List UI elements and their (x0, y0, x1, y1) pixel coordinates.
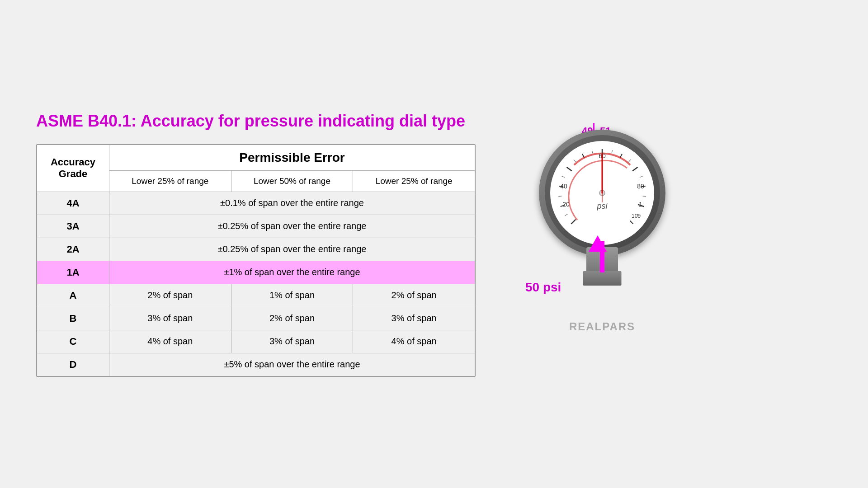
svg-line-20 (643, 196, 646, 197)
arrow-group (593, 241, 611, 289)
table-row: 1A±1% of span over the entire range (37, 261, 475, 284)
gauge-face: 20 40 60 80 1 100 (550, 141, 654, 245)
grade-cell: A (37, 284, 109, 307)
right-section: 49 51 (512, 130, 693, 319)
data-cell: 2% of span (353, 284, 475, 307)
left-section: ASME B40.1: Accuracy for pressure indica… (36, 112, 476, 377)
data-cell: 3% of span (231, 330, 353, 353)
table-row: D±5% of span over the entire range (37, 353, 475, 376)
grade-cell: B (37, 307, 109, 330)
data-cell: 4% of span (109, 330, 231, 353)
data-cell: 3% of span (109, 307, 231, 330)
arrow-head (589, 235, 607, 252)
full-span-cell: ±5% of span over the entire range (109, 353, 475, 376)
table-row: 3A±0.25% of span over the entire range (37, 215, 475, 238)
gauge-label-50psi: 50 psi (525, 280, 561, 295)
svg-text:100: 100 (632, 213, 641, 219)
gauge-inner-ring: 20 40 60 80 1 100 (545, 135, 660, 250)
table-row: 2A±0.25% of span over the entire range (37, 238, 475, 261)
grade-cell: C (37, 330, 109, 353)
svg-text:40: 40 (560, 183, 567, 190)
svg-text:1: 1 (639, 201, 642, 208)
grade-cell: 1A (37, 261, 109, 284)
permissible-error-header: Permissible Error (109, 145, 475, 170)
data-cell: 2% of span (109, 284, 231, 307)
full-span-cell: ±0.25% of span over the entire range (109, 215, 475, 238)
data-cell: 2% of span (231, 307, 353, 330)
table-wrapper: Accuracy Grade Permissible Error Lower 2… (36, 144, 476, 377)
full-span-cell: ±1% of span over the entire range (109, 261, 475, 284)
full-span-cell: ±0.25% of span over the entire range (109, 238, 475, 261)
svg-text:psi: psi (596, 202, 608, 211)
grade-cell: 3A (37, 215, 109, 238)
table-row: A2% of span1% of span2% of span (37, 284, 475, 307)
gauge-container: 49 51 (530, 130, 675, 319)
svg-text:80: 80 (637, 183, 644, 190)
sub-header-2: Lower 50% of range (231, 170, 353, 192)
grade-cell: D (37, 353, 109, 376)
page-title: ASME B40.1: Accuracy for pressure indica… (36, 112, 476, 131)
table-row: B3% of span2% of span3% of span (37, 307, 475, 330)
table-row: 4A±0.1% of span over the entire range (37, 192, 475, 215)
data-cell: 4% of span (353, 330, 475, 353)
grade-cell: 4A (37, 192, 109, 215)
main-content: ASME B40.1: Accuracy for pressure indica… (36, 112, 832, 377)
grade-cell: 2A (37, 238, 109, 261)
table-row: C4% of span3% of span4% of span (37, 330, 475, 353)
col-grade-header: Accuracy Grade (37, 145, 109, 192)
data-cell: 1% of span (231, 284, 353, 307)
accuracy-table: Accuracy Grade Permissible Error Lower 2… (37, 145, 475, 376)
sub-header-1: Lower 25% of range (109, 170, 231, 192)
data-cell: 3% of span (353, 307, 475, 330)
realpars-logo: REALPARS (569, 320, 635, 333)
full-span-cell: ±0.1% of span over the entire range (109, 192, 475, 215)
sub-header-3: Lower 25% of range (353, 170, 475, 192)
svg-line-13 (558, 196, 561, 197)
